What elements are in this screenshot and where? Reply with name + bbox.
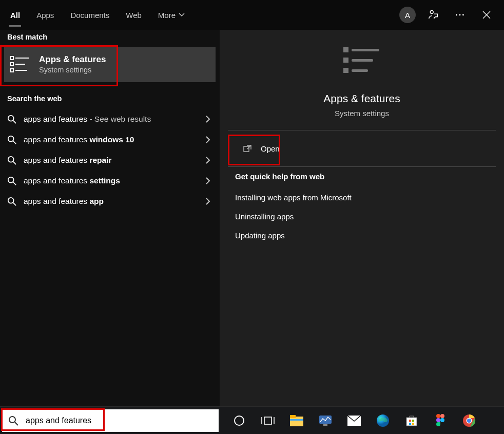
web-result-label: apps and features settings [24, 176, 198, 185]
svg-rect-8 [10, 69, 13, 72]
svg-rect-25 [352, 69, 368, 72]
tab-label: Web [126, 11, 142, 20]
more-options-icon[interactable] [451, 6, 469, 24]
preview-title: Apps & features [323, 92, 400, 105]
tab-apps[interactable]: Apps [28, 0, 62, 30]
tabbar-right-controls: A [399, 6, 499, 24]
open-action[interactable]: Open [228, 135, 496, 162]
quick-help-title: Get quick help from web [235, 172, 504, 188]
cortana-icon[interactable] [232, 413, 246, 428]
svg-line-19 [13, 203, 16, 205]
search-icon [7, 197, 16, 206]
svg-point-48 [440, 418, 444, 422]
svg-line-28 [15, 422, 18, 425]
monitor-app-icon[interactable] [318, 413, 333, 428]
chevron-down-icon [179, 12, 185, 18]
svg-rect-24 [343, 68, 348, 73]
best-match-result[interactable]: Apps & features System settings [4, 47, 216, 82]
tab-all[interactable]: All [2, 0, 28, 30]
web-result-row[interactable]: apps and features windows 10 [0, 129, 220, 150]
taskbar-icons [223, 413, 504, 428]
search-icon [7, 135, 16, 144]
apps-features-icon [9, 53, 31, 75]
web-result-row[interactable]: apps and features app [0, 191, 220, 212]
search-panes: Best match Apps & features System settin [0, 30, 504, 406]
svg-point-12 [8, 136, 14, 142]
task-view-icon[interactable] [261, 413, 275, 428]
quick-help-link[interactable]: Uninstalling apps [235, 207, 504, 226]
svg-point-1 [456, 14, 457, 16]
best-match-label: Best match [0, 30, 220, 47]
svg-rect-37 [323, 424, 327, 426]
figma-icon[interactable] [433, 413, 448, 428]
file-explorer-icon[interactable] [289, 413, 304, 428]
web-result-row[interactable]: apps and features - See web results [0, 109, 220, 129]
svg-rect-30 [264, 417, 272, 424]
close-icon[interactable] [477, 6, 496, 24]
svg-point-51 [467, 419, 471, 423]
feedback-icon[interactable] [424, 6, 442, 24]
svg-rect-26 [244, 146, 249, 152]
svg-point-46 [440, 414, 444, 418]
web-results-list: apps and features - See web resultsapps … [0, 109, 220, 212]
svg-point-18 [8, 198, 14, 203]
preview-header: Apps & features System settings [220, 30, 504, 130]
svg-rect-41 [409, 420, 411, 422]
svg-rect-6 [10, 63, 13, 66]
svg-point-47 [436, 418, 440, 422]
web-result-label: apps and features windows 10 [24, 135, 198, 144]
svg-point-45 [436, 414, 440, 418]
results-pane: Best match Apps & features System settin [0, 30, 220, 406]
svg-line-11 [13, 121, 16, 123]
svg-rect-20 [343, 47, 348, 52]
web-result-label: apps and features repair [24, 156, 198, 165]
quick-help-section: Get quick help from web Installing web a… [220, 167, 504, 245]
best-match-title: Apps & features [39, 54, 106, 65]
mail-icon[interactable] [347, 413, 361, 428]
svg-point-0 [430, 11, 433, 14]
svg-rect-35 [290, 419, 303, 421]
tab-label: More [158, 11, 176, 20]
svg-rect-42 [412, 420, 414, 422]
microsoft-store-icon[interactable] [404, 413, 419, 428]
svg-point-3 [462, 14, 464, 16]
apps-features-icon [341, 45, 382, 81]
svg-point-16 [8, 177, 14, 183]
svg-rect-40 [406, 418, 417, 426]
tab-label: All [10, 11, 20, 20]
best-match-subtitle: System settings [39, 66, 106, 74]
chevron-right-icon [205, 136, 210, 144]
tab-web[interactable]: Web [118, 0, 150, 30]
svg-point-27 [9, 417, 15, 423]
preview-subtitle: System settings [335, 109, 389, 118]
svg-point-14 [8, 157, 14, 162]
web-result-label: apps and features app [24, 197, 198, 206]
chrome-icon[interactable] [462, 413, 476, 428]
edge-icon[interactable] [376, 413, 390, 428]
open-label: Open [261, 144, 280, 153]
search-icon [8, 416, 18, 426]
svg-rect-23 [352, 59, 373, 62]
web-result-row[interactable]: apps and features repair [0, 150, 220, 171]
search-input[interactable] [25, 416, 212, 426]
chevron-right-icon [205, 115, 210, 123]
search-icon [7, 176, 16, 185]
svg-line-15 [13, 162, 16, 164]
web-result-row[interactable]: apps and features settings [0, 171, 220, 191]
svg-line-13 [13, 141, 16, 144]
taskbar-search[interactable] [2, 409, 219, 432]
chevron-right-icon [205, 177, 210, 185]
svg-rect-34 [290, 415, 296, 418]
svg-rect-43 [409, 423, 411, 425]
quick-help-link[interactable]: Updating apps [235, 226, 504, 245]
account-avatar[interactable]: A [399, 7, 416, 23]
tab-more[interactable]: More [150, 0, 193, 30]
avatar-initial: A [405, 11, 410, 20]
svg-point-10 [8, 116, 14, 121]
taskbar [0, 406, 504, 434]
svg-point-2 [459, 14, 461, 16]
preview-pane: Apps & features System settings Open Get… [220, 30, 504, 406]
svg-rect-36 [319, 416, 332, 424]
quick-help-link[interactable]: Installing web apps from Microsoft [235, 188, 504, 207]
tab-documents[interactable]: Documents [62, 0, 118, 30]
